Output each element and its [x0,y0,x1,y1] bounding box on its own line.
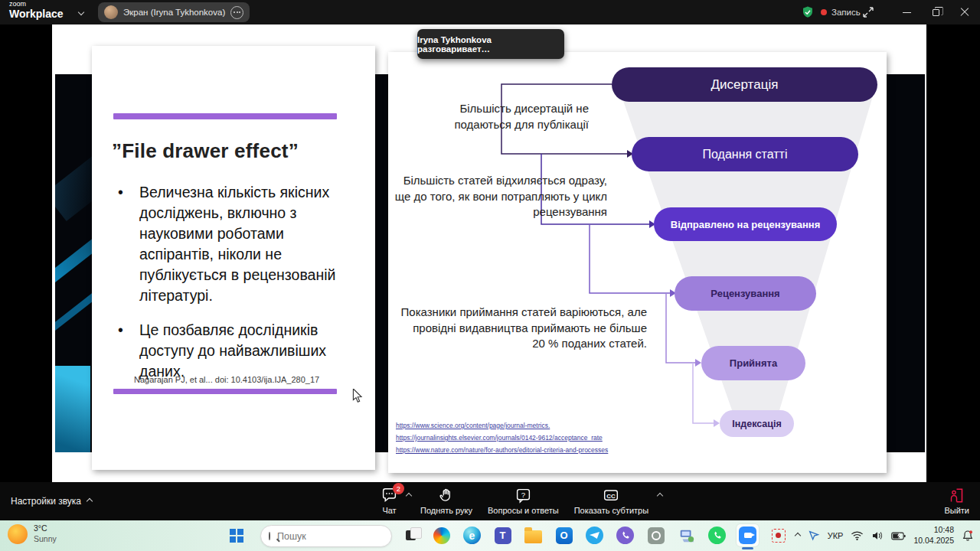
logo-zoom-text: zoom [9,1,64,8]
search-input[interactable] [276,530,402,543]
avatar [104,5,118,19]
toolbar-center-group: 2 Чат Поднять руку ? Вопросы и ответы [374,482,664,520]
teams-icon[interactable]: T [492,524,514,546]
zoom-toolbar: Настройки звука 2 Чат Поднять руку [0,482,980,520]
system-device-icon[interactable] [675,524,697,546]
speaker-toast-text: Iryna Tykhonkova разговаривает… [417,35,564,54]
minimize-button[interactable] [893,0,920,24]
captions-menu-caret[interactable] [656,477,664,515]
taskbar-app-icons: e T O [400,524,789,546]
qa-icon: ? [515,487,531,504]
chat-label: Чат [382,506,396,515]
speaker-toast: Iryna Tykhonkova разговаривает… [417,29,564,59]
captions-label: Показать субтитры [574,506,649,515]
share-tab-label: Экран (Iryna Tykhonkova) [123,8,225,17]
security-shield-icon [801,5,815,19]
recording-indicator: Запись [821,0,861,24]
bullet-item: Величезна кількість якісних досліджень, … [113,182,357,306]
qa-label: Вопросы и ответы [488,506,559,515]
leave-meeting-icon [949,487,965,504]
chat-menu-caret[interactable] [405,477,413,515]
audio-settings-label: Настройки звука [11,496,81,507]
screen-share-tab[interactable]: Экран (Iryna Tykhonkova) [98,2,250,22]
battery-icon[interactable] [891,531,906,541]
chevron-down-icon[interactable] [78,9,84,15]
funnel-annotation: Більшість дисертацій не подаються для пу… [409,101,589,132]
zoom-titlebar: zoom Workplace Экран (Iryna Tykhonkova) … [0,0,980,24]
bullet-item: Це позбавляє дослідників доступу до найв… [113,320,357,382]
chat-unread-badge: 2 [393,483,404,494]
funnel-stage-accepted: Прийнята [701,346,805,380]
telegram-icon[interactable] [583,524,606,546]
weather-condition: Sunny [34,534,57,543]
notification-bell-icon[interactable] [962,530,974,542]
windows-taskbar: 3°C Sunny e T O УКР [0,520,980,551]
weather-temp: 3°C [34,523,47,533]
record-dot-icon [821,9,827,15]
logo-workplace-text: Workplace [9,8,64,19]
leave-button[interactable]: Выйти [944,482,969,520]
svg-text:CC: CC [607,493,616,500]
taskbar-clock[interactable]: 10:48 10.04.2025 [913,525,954,546]
search-icon [269,532,270,540]
clock-time: 10:48 [934,525,954,534]
funnel-annotation: Показники приймання статей варіюються, а… [397,305,647,352]
whatsapp-icon[interactable] [706,524,728,546]
source-link[interactable]: https://journalinsights.elsevier.com/jou… [396,434,603,442]
system-tray: УКР 10:48 10.04.2025 [795,520,980,551]
zoom-app-icon[interactable] [737,524,759,546]
language-indicator[interactable]: УКР [828,531,844,540]
svg-text:?: ? [521,491,525,499]
funnel-stage-sent-to-review: Відправлено на рецензування [654,207,837,241]
speaker-icon[interactable] [871,530,884,541]
audio-settings-button[interactable]: Настройки звука [11,482,92,520]
wifi-icon[interactable] [851,530,864,541]
raise-hand-icon [439,487,454,504]
bullet-list: Величезна кількість якісних досліджень, … [113,182,357,396]
weather-widget[interactable]: 3°C Sunny [8,523,57,544]
close-button[interactable] [951,0,978,24]
shared-screen-stage: ”File drawer effect” Величезна кількість… [0,24,980,482]
raise-hand-button[interactable]: Поднять руку [413,482,480,520]
chat-button[interactable]: 2 Чат [374,482,405,520]
funnel-stage-indexing: Індексація [720,410,794,437]
funnel-stage-dissertation: Дисертація [612,67,877,102]
clock-date: 10.04.2025 [913,536,954,545]
copilot-icon[interactable] [430,524,452,546]
chevron-up-icon[interactable] [87,498,93,504]
accent-bar-bottom [113,389,337,394]
pointer-icon[interactable] [808,530,820,542]
start-button[interactable] [230,529,243,543]
accent-bar-top [113,113,337,119]
fullscreen-icon[interactable] [862,6,874,18]
funnel-stage-review: Рецензування [675,276,816,311]
zoom-workplace-logo: zoom Workplace [9,1,64,19]
chatgpt-icon[interactable] [645,524,667,546]
qa-button[interactable]: ? Вопросы и ответы [480,482,567,520]
viber-icon[interactable] [614,524,636,546]
source-link[interactable]: https://www.science.org/content/page/jou… [396,422,550,429]
weather-sun-icon [8,524,28,544]
taskbar-search[interactable] [260,525,392,547]
source-link[interactable]: https://www.nature.com/nature/for-author… [396,446,608,454]
citation-text: Nagarajan PJ, et al... doi: 10.4103/ija.… [134,375,319,384]
task-view-icon[interactable] [400,524,422,546]
tray-overflow-caret[interactable] [794,533,800,539]
captions-icon: CC [603,487,619,504]
funnel-stage-submission: Подання статті [632,137,858,171]
more-options-icon[interactable] [230,6,243,19]
slide-publication-funnel: Дисертація Подання статті Відправлено на… [388,52,887,473]
slide-title: ”File drawer effect” [112,139,299,163]
funnel-annotation: Більшість статей відхиляється одразу, ще… [390,173,607,220]
slide-file-drawer-effect: ”File drawer effect” Величезна кількість… [92,46,375,470]
captions-button[interactable]: CC Показать субтитры [567,482,657,520]
edge-icon[interactable]: e [461,524,483,546]
outlook-icon[interactable]: O [553,524,575,546]
file-explorer-icon[interactable] [522,524,544,546]
screen-recorder-icon[interactable] [767,524,789,546]
record-label: Запись [831,8,861,17]
mouse-cursor [352,389,363,403]
restore-button[interactable] [922,0,949,24]
leave-label: Выйти [944,506,969,515]
raise-hand-label: Поднять руку [420,506,472,515]
